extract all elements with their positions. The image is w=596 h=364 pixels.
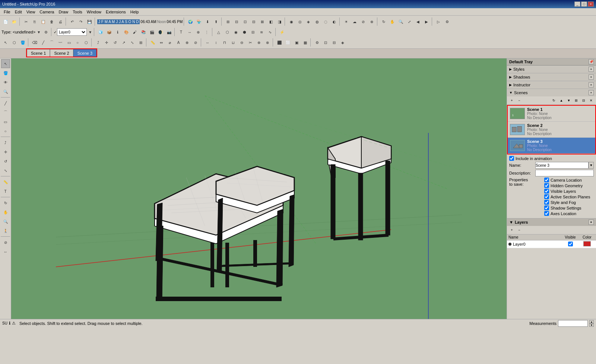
view-iso-btn[interactable]: ⊞	[224, 17, 232, 26]
remove-layer-btn[interactable]: −	[516, 227, 523, 233]
rect-btn[interactable]: ▭	[65, 38, 73, 47]
style-fog-checkbox[interactable]	[544, 200, 549, 205]
magnify-tool-btn[interactable]: 🔍	[1, 87, 10, 96]
axes-btn[interactable]: ⊕	[194, 28, 202, 36]
download-btn[interactable]: ⬇	[203, 17, 212, 26]
flip-ud-btn[interactable]: ↕	[212, 38, 220, 47]
menu-file[interactable]: File	[1, 9, 13, 15]
solid-trim-btn[interactable]: ▣	[292, 38, 301, 47]
axes-location-checkbox[interactable]	[544, 211, 549, 216]
hidden-geometry-checkbox[interactable]	[544, 183, 549, 188]
layer-0-color-swatch[interactable]	[583, 241, 591, 246]
undo-btn[interactable]: ↶	[68, 17, 76, 26]
freehand-btn[interactable]: 〰	[56, 38, 64, 47]
view-left-btn[interactable]: ◧	[267, 17, 275, 26]
dim-tool-btn[interactable]: ↔	[1, 247, 10, 256]
circle-btn[interactable]: ○	[73, 38, 82, 47]
scene-settings-btn[interactable]: ⊞	[573, 97, 580, 104]
section2-btn2[interactable]: ⊘	[191, 38, 200, 47]
extra2-btn[interactable]: ⚙	[313, 38, 321, 47]
text2-btn[interactable]: A	[174, 38, 183, 47]
line-tool-btn[interactable]: ╱	[1, 99, 10, 108]
sandbox5-btn[interactable]: ⊟	[249, 28, 257, 36]
layers-close-btn[interactable]: ×	[589, 220, 594, 225]
section-plane-btn[interactable]: ⋮	[203, 28, 211, 36]
instructor-header[interactable]: ▶ Instructor ×	[507, 81, 596, 89]
tape-btn[interactable]: 📏	[149, 38, 157, 47]
measure-tool-btn[interactable]: 📏	[1, 178, 10, 186]
erase-btn[interactable]: 🗑	[48, 17, 56, 26]
prev-view-btn[interactable]: ◀	[414, 17, 422, 26]
split-btn[interactable]: ⊕	[255, 38, 263, 47]
layer-0-name[interactable]: Layer0	[513, 242, 561, 246]
type-dropdown-btn[interactable]: ▼	[36, 28, 41, 36]
rotate-tool-btn[interactable]: ↺	[1, 157, 10, 166]
minimize-btn[interactable]: _	[574, 1, 580, 7]
visible-layers-checkbox[interactable]	[544, 189, 549, 194]
add-layer-btn[interactable]: +	[508, 227, 515, 233]
extra1-btn[interactable]: ⚡	[278, 28, 286, 36]
mono-btn[interactable]: ◐	[330, 17, 338, 26]
menu-help[interactable]: Help	[128, 9, 141, 15]
intersect-btn[interactable]: ⊓	[221, 38, 229, 47]
rotate-btn[interactable]: ↺	[111, 38, 119, 47]
scale-btn[interactable]: ⤡	[128, 38, 136, 47]
paint-btn[interactable]: 🪣	[19, 38, 27, 47]
zoom-ext-btn[interactable]: ⤢	[405, 17, 413, 26]
menu-draw[interactable]: Draw	[56, 9, 70, 15]
wireframe-btn[interactable]: ◎	[296, 17, 304, 26]
active-section-planes-checkbox[interactable]	[544, 194, 549, 199]
add-scene-btn[interactable]: +	[508, 97, 515, 104]
layer-0-visible-checkbox[interactable]	[568, 242, 573, 246]
maximize-btn[interactable]: □	[581, 1, 587, 7]
up-btn[interactable]: ⬆	[212, 17, 220, 26]
hidden-line-btn[interactable]: ◈	[304, 17, 313, 26]
play-btn[interactable]: ▷	[434, 17, 443, 26]
remove-scene-btn[interactable]: −	[516, 97, 523, 104]
dim2-btn[interactable]: ⇔	[157, 38, 165, 47]
shadows-btn[interactable]: 🌒	[156, 28, 165, 36]
save-btn[interactable]: 💾	[85, 17, 93, 26]
scene-tab-3[interactable]: Scene 3	[73, 49, 96, 57]
settings-btn[interactable]: ⚙	[443, 17, 451, 26]
paste-btn[interactable]: 📋	[39, 17, 47, 26]
make-component-btn[interactable]: ⬡	[10, 38, 18, 47]
copy-btn[interactable]: ⎘	[31, 17, 39, 26]
extra5-btn[interactable]: ◈	[339, 38, 347, 47]
include-animation-checkbox[interactable]	[509, 156, 514, 161]
entity-info-btn[interactable]: ℹ	[114, 28, 122, 36]
shaded-texture-btn[interactable]: ◌	[321, 17, 330, 26]
view-bottom-btn[interactable]: ◨	[275, 17, 283, 26]
select-btn[interactable]: ↖	[1, 38, 10, 47]
layers-btn[interactable]: 📚	[139, 28, 148, 36]
tray-pin-btn[interactable]: 📌	[589, 59, 594, 64]
subtract-btn[interactable]: ⊖	[238, 38, 246, 47]
view-back-btn[interactable]: ⊠	[258, 17, 266, 26]
fog-btn[interactable]: ☁	[351, 17, 359, 26]
update-scene-btn[interactable]: ↻	[551, 97, 557, 104]
menu-view[interactable]: View	[24, 9, 38, 15]
move-down-btn[interactable]: ▼	[565, 97, 572, 104]
sandbox2-btn[interactable]: ⬡	[223, 28, 231, 36]
menu-camera[interactable]: Camera	[37, 9, 56, 15]
shadow-settings-checkbox[interactable]	[544, 205, 549, 210]
cut-btn[interactable]: ✂	[22, 17, 30, 26]
flip-lr-btn[interactable]: ↔	[203, 38, 212, 47]
scene-name-input[interactable]	[535, 162, 589, 169]
menu-edit[interactable]: Edit	[13, 9, 24, 15]
viewport[interactable]	[11, 58, 507, 319]
solid-sub-btn[interactable]: ⬜	[284, 38, 292, 47]
menu-window[interactable]: Window	[85, 9, 104, 15]
walkthrough-tool-btn[interactable]: 🚶	[1, 226, 10, 235]
scene-close-btn[interactable]: ✕	[588, 97, 595, 104]
scene-tab-1[interactable]: Scene 1	[27, 49, 50, 57]
scenes-btn[interactable]: 🎬	[148, 28, 156, 36]
materials-btn[interactable]: 🎨	[122, 28, 130, 36]
arc-tool-btn[interactable]: ⌒	[1, 108, 10, 117]
render-style-btn[interactable]: ◉	[287, 17, 295, 26]
measurements-up[interactable]: ▲	[589, 320, 594, 323]
instructor-close-btn[interactable]: ×	[589, 82, 594, 87]
circle-tool-btn[interactable]: ○	[1, 127, 10, 135]
eraser-btn[interactable]: ⌫	[31, 38, 39, 47]
section2-btn[interactable]: ⊗	[368, 17, 376, 26]
